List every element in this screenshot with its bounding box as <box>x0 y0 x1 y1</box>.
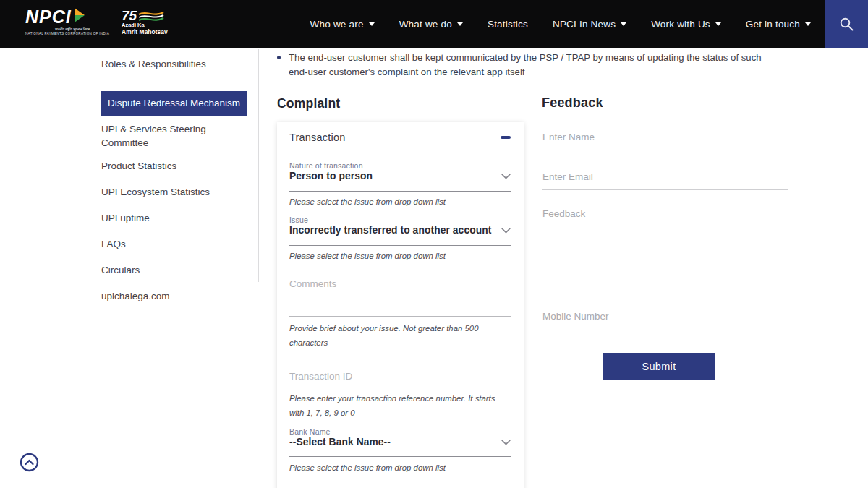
nav-item-statistics[interactable]: Statistics <box>488 19 528 30</box>
sidebar-item-product-statistics[interactable]: Product Statistics <box>101 159 255 173</box>
top-navbar: NPCI भारतीय राष्ट्रीय भुगतान निगम NATION… <box>0 0 868 48</box>
bank-name-select[interactable]: --Select Bank Name-- <box>289 437 511 448</box>
chevron-down-icon <box>501 174 511 179</box>
field-underline <box>289 245 511 246</box>
transaction-section-title: Transaction <box>289 132 345 143</box>
submit-button[interactable]: Submit <box>603 353 715 380</box>
nature-helper-text: Please select the issue from drop down l… <box>289 194 511 209</box>
chevron-up-circle-icon <box>20 453 39 472</box>
chevron-down-icon <box>501 228 511 234</box>
complaint-heading: Complaint <box>277 96 340 111</box>
nav-item-work-with-us[interactable]: Work with Us <box>651 19 721 30</box>
nav-item-npci-in-news[interactable]: NPCI In News <box>553 19 626 30</box>
azadi-75-text: 75 <box>122 9 137 22</box>
field-underline <box>289 388 511 388</box>
nav-item-get-in-touch[interactable]: Get in touch <box>746 19 811 30</box>
complaint-card: Transaction Nature of transaction Person… <box>277 122 524 488</box>
npci-subtitle: NATIONAL PAYMENTS CORPORATION OF INDIA <box>25 32 119 35</box>
scroll-to-top-button[interactable] <box>20 453 39 472</box>
info-bullet: The end-user customer shall be kept comm… <box>277 51 781 79</box>
chevron-down-icon <box>501 440 511 445</box>
bank-name-label: Bank Name <box>289 427 511 436</box>
caret-down-icon <box>805 22 811 26</box>
bank-helper-text: Please select the issue from drop down l… <box>289 461 511 475</box>
caret-down-icon <box>621 22 626 26</box>
sidebar-item-upi-uptime[interactable]: UPI uptime <box>101 211 255 225</box>
caret-down-icon <box>457 22 463 26</box>
issue-helper-text: Please select the issue from drop down l… <box>289 249 511 263</box>
npci-logo-text: NPCI <box>25 7 72 26</box>
azadi-line2: Amrit Mahotsav <box>122 28 172 35</box>
sidebar: Roles & Responsibilities Dispute Redress… <box>101 57 255 315</box>
transaction-id-helper-text: Please enter your transaction reference … <box>289 391 506 420</box>
issue-select[interactable]: Incorrectly transferred to another accou… <box>289 225 511 236</box>
sidebar-item-dispute-redressal-mechanism[interactable]: Dispute Redressal Mechanism <box>101 91 247 116</box>
sidebar-item-circulars[interactable]: Circulars <box>101 263 255 277</box>
field-underline <box>289 191 511 192</box>
sidebar-divider <box>258 49 259 282</box>
field-underline <box>289 456 511 457</box>
feedback-message-textarea[interactable] <box>542 208 788 286</box>
npci-hindi-text: भारतीय राष्ट्रीय भुगतान निगम <box>25 27 119 32</box>
caret-down-icon <box>369 22 375 26</box>
search-button[interactable] <box>825 0 868 48</box>
bullet-icon <box>277 56 281 59</box>
issue-label: Issue <box>289 215 511 224</box>
nav-item-who-we-are[interactable]: Who we are <box>310 19 375 30</box>
sidebar-item-upi-services-steering-committee[interactable]: UPI & Services Steering Committee <box>101 122 223 150</box>
feedback-name-input[interactable] <box>542 129 788 150</box>
feedback-heading: Feedback <box>542 95 603 111</box>
nature-of-transaction-label: Nature of transaction <box>289 161 511 170</box>
caret-down-icon <box>715 22 721 26</box>
sidebar-item-upichalega[interactable]: upichalega.com <box>101 289 255 303</box>
feedback-email-input[interactable] <box>542 168 788 190</box>
comments-textarea[interactable] <box>289 278 511 314</box>
main-navigation: Who we are What we do Statistics NPCI In… <box>310 0 811 48</box>
sidebar-item-roles-responsibilities[interactable]: Roles & Responsibilities <box>101 57 255 71</box>
npci-arrow-icon <box>74 7 85 26</box>
nav-item-what-we-do[interactable]: What we do <box>399 19 463 30</box>
npci-logo[interactable]: NPCI भारतीय राष्ट्रीय भुगतान निगम NATION… <box>25 7 119 35</box>
sidebar-item-upi-ecosystem-statistics[interactable]: UPI Ecosystem Statistics <box>101 185 255 199</box>
feedback-mobile-input[interactable] <box>542 309 788 328</box>
nature-of-transaction-select[interactable]: Person to person <box>289 171 511 181</box>
azadi-ka-amrit-mahotsav-logo: 75 Azadi Ka Amrit Mahotsav <box>122 9 172 35</box>
field-underline <box>289 316 511 317</box>
sidebar-item-faqs[interactable]: FAQs <box>101 237 255 251</box>
comments-helper-text: Provide brief about your issue. Not grea… <box>289 321 506 350</box>
transaction-id-input[interactable] <box>289 368 511 384</box>
collapse-minus-icon[interactable] <box>501 136 511 139</box>
search-icon <box>839 17 854 32</box>
bullet-text: The end-user customer shall be kept comm… <box>289 51 781 79</box>
